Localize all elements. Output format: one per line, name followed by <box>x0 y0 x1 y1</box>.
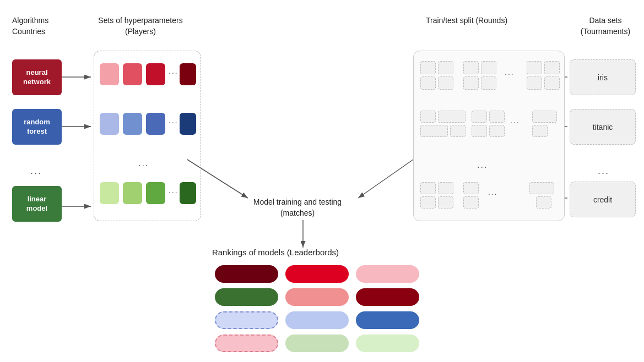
dataset-titanic-label: titanic <box>593 123 613 131</box>
datasets-label: Data sets (Tournaments) <box>570 15 641 37</box>
algo-neural-network: neuralnetwork <box>12 59 62 95</box>
neural-dots: ... <box>169 67 178 75</box>
algorithms-countries-label: Algorithms Countries <box>12 15 48 37</box>
dataset-iris-label: iris <box>598 73 608 82</box>
rank-r2c2 <box>285 288 349 306</box>
swatch-l2 <box>123 182 142 204</box>
rank-r3c1 <box>215 311 278 329</box>
dataset-credit: credit <box>570 182 636 217</box>
rank-r4c1 <box>215 334 278 352</box>
traintest-container: ... ... ... ... <box>413 51 565 221</box>
swatch-n4 <box>180 63 196 85</box>
random-dots: ... <box>169 116 178 125</box>
dataset-titanic: titanic <box>570 109 636 145</box>
swatch-r1 <box>100 113 119 135</box>
swatch-l1 <box>100 182 119 204</box>
linear-dots: ... <box>169 186 178 195</box>
datasets-dots: ... <box>598 165 609 177</box>
swatch-l3 <box>146 182 165 204</box>
hyperparams-label: Sets of hyperparameters (Players) <box>91 15 190 37</box>
rank-r3c2 <box>285 311 349 329</box>
model-training-label: Model training and testing (matches) <box>242 197 353 218</box>
hyperparams-container: ... ... ... ... <box>94 51 201 221</box>
algo-neural-label: neuralnetwork <box>23 68 51 87</box>
algo-linear-model: linearmodel <box>12 186 62 222</box>
rank-r1c1 <box>215 265 278 283</box>
traintest-label: Train/test split (Rounds) <box>420 15 513 26</box>
swatch-r3 <box>146 113 165 135</box>
algo-dots: ... <box>30 165 42 177</box>
rank-r4c3 <box>356 334 419 352</box>
rank-r3c3 <box>356 311 419 329</box>
rankings-label: Rankings of models (Leaderbords) <box>198 248 353 257</box>
swatch-n1 <box>100 63 119 85</box>
diagram: Algorithms Countries neuralnetwork rando… <box>0 0 644 362</box>
rank-r1c2 <box>285 265 349 283</box>
algo-random-label: randomforest <box>24 118 50 136</box>
swatch-r2 <box>123 113 142 135</box>
middle-dots-row: ... <box>138 158 149 168</box>
svg-line-5 <box>358 160 413 198</box>
dataset-iris: iris <box>570 59 636 95</box>
rank-r2c1 <box>215 288 278 306</box>
rank-r4c2 <box>285 334 349 352</box>
swatch-n2 <box>123 63 142 85</box>
algo-linear-label: linearmodel <box>26 195 47 213</box>
swatch-l4 <box>180 182 196 204</box>
dataset-credit-label: credit <box>593 195 612 204</box>
rank-r2c3 <box>356 288 419 306</box>
rank-r1c3 <box>356 265 419 283</box>
swatch-r4 <box>180 113 196 135</box>
algo-random-forest: randomforest <box>12 109 62 145</box>
swatch-n3 <box>146 63 165 85</box>
